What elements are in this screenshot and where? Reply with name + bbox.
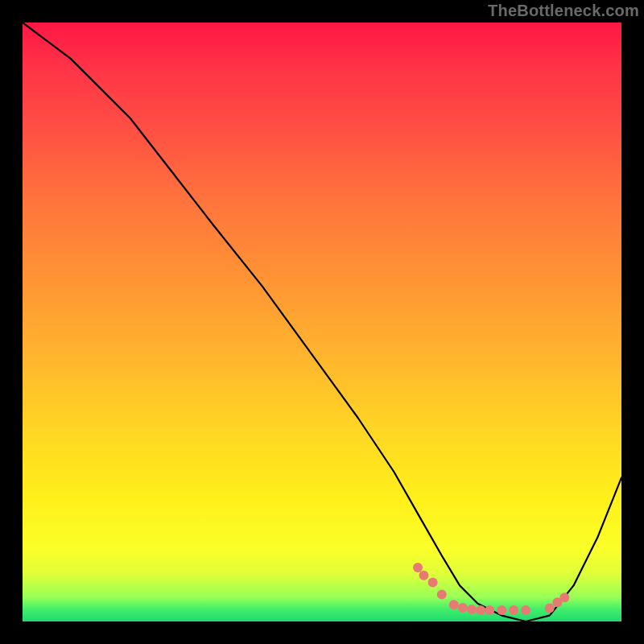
valley-dot [419, 571, 429, 580]
valley-dot [458, 603, 468, 613]
valley-dot [428, 578, 438, 588]
valley-highlight-dots [413, 563, 569, 615]
valley-dot [545, 604, 555, 613]
valley-dot [413, 563, 423, 572]
valley-dot [497, 605, 506, 615]
chart-frame: TheBottleneck.com [0, 0, 644, 644]
valley-dot [559, 592, 569, 602]
valley-dot [485, 605, 494, 615]
valley-dot [437, 590, 447, 600]
chart-svg [23, 23, 621, 621]
valley-dot [467, 605, 477, 614]
watermark-text: TheBottleneck.com [488, 2, 639, 20]
valley-dot [476, 605, 485, 615]
valley-dot [509, 605, 518, 615]
valley-dot [449, 600, 459, 609]
valley-dot [521, 605, 530, 615]
plot-area [23, 23, 621, 621]
bottleneck-curve [23, 23, 621, 621]
